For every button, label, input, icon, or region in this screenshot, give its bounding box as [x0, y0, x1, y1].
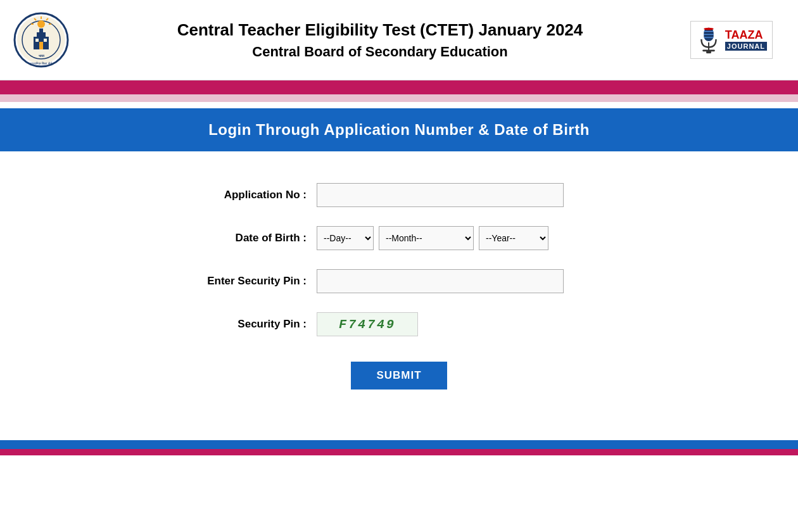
security-pin-input[interactable]	[317, 269, 564, 293]
security-pin-label: Enter Security Pin :	[171, 275, 317, 288]
page-wrapper: भारत माध्यमिक शिक्षा बोर्ड Central Teach…	[0, 0, 798, 532]
taaza-name: TAAZA	[725, 29, 767, 42]
submit-row: SUBMIT	[171, 362, 627, 390]
header-center: Central Teacher Eligibility Test (CTET) …	[70, 20, 690, 60]
taaza-logo: TAAZA JOURNAL	[690, 21, 773, 59]
dob-label: Date of Birth :	[171, 232, 317, 244]
svg-text:माध्यमिक शिक्षा बोर्ड: माध्यमिक शिक्षा बोर्ड	[30, 61, 53, 65]
application-no-input[interactable]	[317, 183, 564, 207]
microphone-icon	[696, 24, 721, 56]
taaza-logo-container: TAAZA JOURNAL	[690, 21, 773, 59]
svg-rect-13	[44, 39, 47, 42]
day-select[interactable]: --Day-- 12345 678910 1112131415 16171819…	[317, 226, 374, 250]
captcha-display: F74749	[317, 312, 418, 336]
taaza-text: TAAZA JOURNAL	[725, 29, 767, 51]
svg-rect-14	[39, 42, 43, 49]
application-no-input-wrapper	[317, 183, 564, 207]
cbse-logo: भारत माध्यमिक शिक्षा बोर्ड	[13, 11, 70, 68]
application-no-label: Application No :	[171, 189, 317, 201]
month-select[interactable]: --Month-- JanuaryFebruaryMarchApril MayJ…	[379, 226, 474, 250]
security-pin-row: Enter Security Pin :	[171, 269, 627, 293]
security-pin-input-wrapper	[317, 269, 564, 293]
bottom-crimson-bar	[0, 449, 798, 455]
dob-selects: --Day-- 12345 678910 1112131415 16171819…	[317, 226, 548, 250]
dob-row: Date of Birth : --Day-- 12345 678910 111…	[171, 226, 627, 250]
login-banner: Login Through Application Number & Date …	[0, 108, 798, 151]
cbse-emblem-svg: भारत माध्यमिक शिक्षा बोर्ड	[13, 11, 70, 68]
login-title: Login Through Application Number & Date …	[25, 121, 773, 139]
header: भारत माध्यमिक शिक्षा बोर्ड Central Teach…	[0, 0, 798, 80]
svg-text:भारत: भारत	[39, 54, 45, 58]
svg-point-3	[37, 20, 45, 28]
light-bar	[0, 94, 798, 102]
color-bars	[0, 80, 798, 102]
svg-rect-11	[39, 28, 43, 34]
captcha-row: Security Pin : F74749	[171, 312, 627, 336]
year-select[interactable]: --Year-- 1980198519901995 20002005	[479, 226, 548, 250]
bottom-blue-bar	[0, 440, 798, 449]
exam-title: Central Teacher Eligibility Test (CTET) …	[82, 20, 678, 40]
svg-rect-12	[35, 39, 39, 42]
application-no-row: Application No :	[171, 183, 627, 207]
submit-button[interactable]: SUBMIT	[351, 362, 446, 390]
form-table: Application No : Date of Birth : --Day--…	[171, 183, 627, 390]
bottom-bars	[0, 440, 798, 455]
form-section: Application No : Date of Birth : --Day--…	[0, 151, 798, 428]
board-title: Central Board of Secondary Education	[82, 44, 678, 60]
captcha-label: Security Pin :	[171, 318, 317, 331]
taaza-sub: JOURNAL	[725, 42, 767, 51]
crimson-bar	[0, 80, 798, 94]
svg-rect-24	[704, 28, 713, 30]
